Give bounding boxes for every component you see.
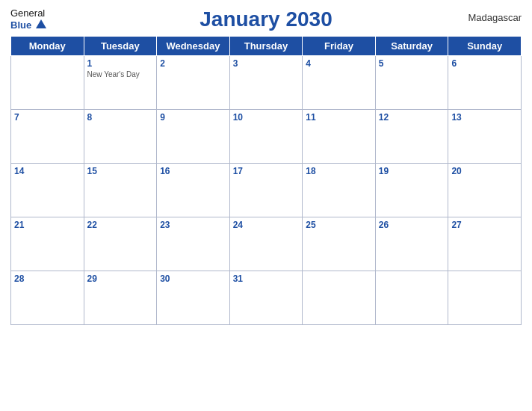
day-number: 12 bbox=[379, 112, 445, 123]
calendar-week-row: 78910111213 bbox=[11, 110, 522, 164]
calendar-cell: 15 bbox=[84, 164, 157, 217]
weekday-header-tuesday: Tuesday bbox=[84, 37, 157, 56]
day-number: 29 bbox=[87, 274, 154, 284]
weekday-header-friday: Friday bbox=[303, 37, 376, 56]
weekday-header-thursday: Thursday bbox=[229, 37, 303, 56]
calendar-week-row: 14151617181920 bbox=[11, 164, 522, 217]
calendar-cell: 3 bbox=[229, 56, 303, 110]
calendar-cell: 26 bbox=[375, 217, 448, 271]
day-number: 1 bbox=[87, 58, 154, 69]
calendar-week-row: 28293031 bbox=[11, 271, 522, 325]
day-number: 24 bbox=[233, 220, 300, 230]
calendar-cell: 21 bbox=[11, 217, 84, 271]
day-number: 25 bbox=[306, 220, 372, 230]
calendar-cell: 29 bbox=[84, 271, 157, 325]
calendar-cell: 28 bbox=[11, 271, 84, 325]
day-number: 27 bbox=[451, 220, 518, 230]
calendar-cell: 24 bbox=[229, 217, 303, 271]
holiday-label: New Year's Day bbox=[87, 70, 154, 78]
calendar-cell: 9 bbox=[157, 110, 230, 164]
day-number: 15 bbox=[87, 166, 154, 176]
calendar-cell: 11 bbox=[303, 110, 376, 164]
day-number: 2 bbox=[160, 58, 226, 69]
calendar-table: MondayTuesdayWednesdayThursdayFridaySatu… bbox=[10, 36, 522, 325]
day-number: 3 bbox=[233, 58, 300, 69]
calendar-week-row: 21222324252627 bbox=[11, 217, 522, 271]
calendar-week-row: 1New Year's Day23456 bbox=[11, 56, 522, 110]
calendar-cell: 5 bbox=[375, 56, 448, 110]
calendar-cell: 30 bbox=[157, 271, 230, 325]
day-number: 23 bbox=[160, 220, 226, 230]
calendar-cell: 14 bbox=[11, 164, 84, 217]
logo-blue: Blue bbox=[10, 19, 31, 31]
day-number: 28 bbox=[14, 274, 81, 284]
calendar-cell: 23 bbox=[157, 217, 230, 271]
logo-general: General bbox=[10, 7, 45, 19]
calendar-cell: 18 bbox=[303, 164, 376, 217]
weekday-header-wednesday: Wednesday bbox=[157, 37, 230, 56]
calendar-cell: 2 bbox=[157, 56, 230, 110]
calendar-cell: 31 bbox=[229, 271, 303, 325]
calendar-cell: 7 bbox=[11, 110, 84, 164]
calendar-cell: 20 bbox=[448, 164, 522, 217]
calendar-cell bbox=[303, 271, 376, 325]
day-number: 8 bbox=[87, 112, 154, 123]
day-number: 30 bbox=[160, 274, 226, 284]
calendar-cell: 12 bbox=[375, 110, 448, 164]
country-label: Madagascar bbox=[468, 12, 522, 23]
calendar-cell: 25 bbox=[303, 217, 376, 271]
day-number: 31 bbox=[233, 274, 300, 284]
calendar-cell: 17 bbox=[229, 164, 303, 217]
day-number: 4 bbox=[306, 58, 372, 69]
day-number: 11 bbox=[306, 112, 372, 123]
day-number: 18 bbox=[306, 166, 372, 176]
calendar-cell bbox=[11, 56, 84, 110]
calendar-cell: 13 bbox=[448, 110, 522, 164]
logo-area: General Blue bbox=[10, 7, 46, 31]
weekday-header-saturday: Saturday bbox=[375, 37, 448, 56]
day-number: 16 bbox=[160, 166, 226, 176]
calendar-cell: 27 bbox=[448, 217, 522, 271]
calendar-cell: 19 bbox=[375, 164, 448, 217]
weekday-header-monday: Monday bbox=[11, 37, 84, 56]
calendar-title: January 2030 bbox=[200, 7, 332, 31]
weekday-header-row: MondayTuesdayWednesdayThursdayFridaySatu… bbox=[11, 37, 522, 56]
calendar-cell: 6 bbox=[448, 56, 522, 110]
day-number: 5 bbox=[379, 58, 445, 69]
day-number: 10 bbox=[233, 112, 300, 123]
calendar-wrapper: General Blue January 2030 Madagascar Mon… bbox=[0, 0, 532, 411]
calendar-header: General Blue January 2030 Madagascar bbox=[10, 7, 522, 31]
day-number: 20 bbox=[451, 166, 518, 176]
day-number: 22 bbox=[87, 220, 154, 230]
calendar-cell: 16 bbox=[157, 164, 230, 217]
calendar-cell: 22 bbox=[84, 217, 157, 271]
day-number: 21 bbox=[14, 220, 81, 230]
day-number: 7 bbox=[14, 112, 81, 123]
logo-triangle-icon bbox=[36, 19, 46, 28]
day-number: 9 bbox=[160, 112, 226, 123]
calendar-cell: 10 bbox=[229, 110, 303, 164]
calendar-cell bbox=[375, 271, 448, 325]
day-number: 6 bbox=[451, 58, 518, 69]
calendar-cell: 4 bbox=[303, 56, 376, 110]
calendar-cell: 8 bbox=[84, 110, 157, 164]
calendar-cell bbox=[448, 271, 522, 325]
day-number: 17 bbox=[233, 166, 300, 176]
day-number: 14 bbox=[14, 166, 81, 176]
weekday-header-sunday: Sunday bbox=[448, 37, 522, 56]
calendar-cell: 1New Year's Day bbox=[84, 56, 157, 110]
day-number: 13 bbox=[451, 112, 518, 123]
day-number: 19 bbox=[379, 166, 445, 176]
day-number: 26 bbox=[379, 220, 445, 230]
logo-combined: Blue bbox=[10, 19, 46, 31]
